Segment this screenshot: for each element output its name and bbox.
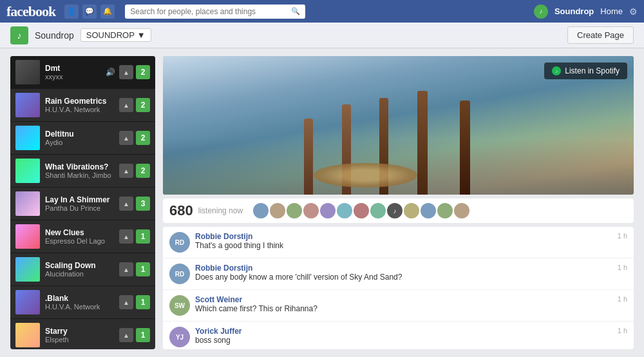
- track-info: .BlankH.U.V.A. Network: [45, 294, 114, 311]
- upvote-button[interactable]: ▲: [119, 65, 133, 79]
- listener-avatar: [421, 203, 436, 218]
- track-artist: Elspeth: [45, 336, 114, 343]
- upvote-button[interactable]: ▲: [119, 328, 133, 342]
- vote-count: 2: [136, 65, 150, 79]
- playlist-item[interactable]: Scaling DownAlucidnation▲1: [10, 253, 155, 286]
- facebook-logo: facebook: [6, 3, 55, 20]
- listener-avatar: [454, 203, 469, 218]
- comment-avatar: YJ: [169, 327, 190, 347]
- playlist-item[interactable]: What Vibrations?Shanti Markin, Jimbo▲2: [10, 155, 155, 188]
- upvote-button[interactable]: ▲: [119, 229, 133, 244]
- playlist-item[interactable]: DeltitnuAydio▲2: [10, 122, 155, 155]
- track-actions: ▲1: [119, 328, 150, 342]
- track-thumbnail: [15, 159, 40, 183]
- upvote-button[interactable]: ▲: [119, 262, 133, 276]
- playlist-item[interactable]: New CluesEspresso Del Lago▲1: [10, 220, 155, 253]
- upvote-button[interactable]: ▲: [119, 98, 133, 112]
- playlist-item[interactable]: Lay In A ShimmerPantha Du Prince▲3: [10, 188, 155, 220]
- settings-gear-icon[interactable]: ⚙: [629, 6, 638, 17]
- nav-right-section: ♪ Soundrop Home ⚙: [534, 5, 638, 19]
- comment-item: RDRobbie DorstijnDoes any body know a mo…: [163, 258, 634, 290]
- track-actions: ▲1: [119, 229, 150, 244]
- track-title: Rain Geometrics: [45, 97, 114, 106]
- track-artist: Aydio: [45, 139, 114, 146]
- track-actions: ▲1: [119, 262, 150, 276]
- track-artist: Shanti Markin, Jimbo: [45, 171, 114, 179]
- listener-avatar: [337, 203, 352, 218]
- vote-count: 1: [136, 328, 150, 342]
- listener-avatar: [370, 203, 386, 218]
- listener-avatar: [437, 203, 453, 218]
- search-icon: 🔍: [291, 7, 300, 15]
- playlist-item[interactable]: StarryElspeth▲1: [10, 319, 155, 349]
- track-thumbnail: [15, 290, 40, 314]
- home-link[interactable]: Home: [600, 6, 623, 16]
- spotify-btn-label: Listen in Spotify: [565, 66, 620, 75]
- search-input[interactable]: [130, 7, 291, 16]
- vote-count: 1: [136, 262, 150, 276]
- track-title: Dmt: [45, 64, 100, 73]
- listener-avatars: ♪: [253, 203, 469, 218]
- track-info: What Vibrations?Shanti Markin, Jimbo: [45, 162, 114, 179]
- track-info: Scaling DownAlucidnation: [45, 261, 114, 278]
- comment-item: SWScott WeinerWhich came first? This or …: [163, 290, 634, 322]
- search-bar[interactable]: 🔍: [125, 5, 305, 19]
- track-info: DeltitnuAydio: [45, 130, 114, 146]
- track-title: Scaling Down: [45, 261, 114, 270]
- soundrop-dropdown[interactable]: SOUNDROP ▼: [80, 28, 151, 42]
- upvote-button[interactable]: ▲: [119, 164, 133, 178]
- vote-count: 1: [136, 295, 150, 309]
- track-info: New CluesEspresso Del Lago: [45, 228, 114, 245]
- right-panel: ♪ Listen in Spotify 680 listening now ♪: [163, 56, 634, 349]
- spotify-listen-button[interactable]: ♪ Listen in Spotify: [544, 63, 627, 79]
- listener-label: listening now: [198, 206, 243, 215]
- vote-count: 2: [136, 164, 150, 178]
- track-title: What Vibrations?: [45, 162, 114, 171]
- hero-image: ♪ Listen in Spotify: [163, 56, 634, 195]
- comment-text: boss song: [195, 336, 612, 345]
- listener-avatar: [354, 203, 369, 218]
- track-info: StarryElspeth: [45, 327, 114, 343]
- soundrop-app-icon: ♪: [10, 26, 28, 44]
- notifications-icon[interactable]: 🔔: [100, 5, 115, 19]
- track-thumbnail: [15, 60, 40, 84]
- dropdown-arrow-icon: ▼: [137, 30, 146, 40]
- comment-text: Which came first? This or Rihanna?: [195, 304, 612, 313]
- upvote-button[interactable]: ▲: [119, 197, 133, 211]
- listener-avatar: [287, 203, 302, 218]
- listener-avatar: [270, 203, 285, 218]
- user-avatar-icon: ♪: [534, 5, 548, 19]
- track-title: Lay In A Shimmer: [45, 195, 114, 204]
- track-title: .Blank: [45, 294, 114, 303]
- comment-username[interactable]: Scott Weiner: [195, 295, 612, 304]
- track-actions: ▲2: [119, 98, 150, 112]
- playlist-item[interactable]: Dmtxxyxx🔊▲2: [10, 56, 155, 89]
- upvote-button[interactable]: ▲: [119, 295, 133, 309]
- track-thumbnail: [15, 323, 40, 347]
- comment-body: Robbie DorstijnDoes any body know a more…: [195, 264, 612, 282]
- comment-username[interactable]: Yorick Juffer: [195, 327, 612, 336]
- track-thumbnail: [15, 126, 40, 150]
- top-navigation: facebook 👤 💬 🔔 🔍 ♪ Soundrop Home ⚙: [0, 0, 644, 23]
- track-thumbnail: [15, 257, 40, 282]
- listener-avatar: [303, 203, 319, 218]
- comment-body: Scott WeinerWhich came first? This or Ri…: [195, 295, 612, 313]
- comment-username[interactable]: Robbie Dorstijn: [195, 232, 612, 241]
- messages-icon[interactable]: 💬: [82, 5, 97, 19]
- comment-avatar: SW: [169, 295, 190, 316]
- friends-icon[interactable]: 👤: [64, 5, 79, 19]
- comment-username[interactable]: Robbie Dorstijn: [195, 264, 612, 273]
- track-artist: H.U.V.A. Network: [45, 303, 114, 311]
- track-actions: ▲3: [119, 197, 150, 211]
- comment-body: Yorick Jufferboss song: [195, 327, 612, 345]
- nav-username[interactable]: Soundrop: [554, 6, 594, 16]
- playlist-item[interactable]: .BlankH.U.V.A. Network▲1: [10, 286, 155, 319]
- create-page-button[interactable]: Create Page: [567, 26, 634, 44]
- comment-item: RDRobbie DorstijnThat's a good thing I t…: [163, 227, 634, 258]
- upvote-button[interactable]: ▲: [119, 131, 133, 145]
- track-thumbnail: [15, 191, 40, 216]
- playlist-item[interactable]: Rain GeometricsH.U.V.A. Network▲2: [10, 89, 155, 122]
- comments-section: RDRobbie DorstijnThat's a good thing I t…: [163, 227, 634, 349]
- track-info: Rain GeometricsH.U.V.A. Network: [45, 97, 114, 113]
- comment-timestamp: 1 h: [618, 327, 627, 334]
